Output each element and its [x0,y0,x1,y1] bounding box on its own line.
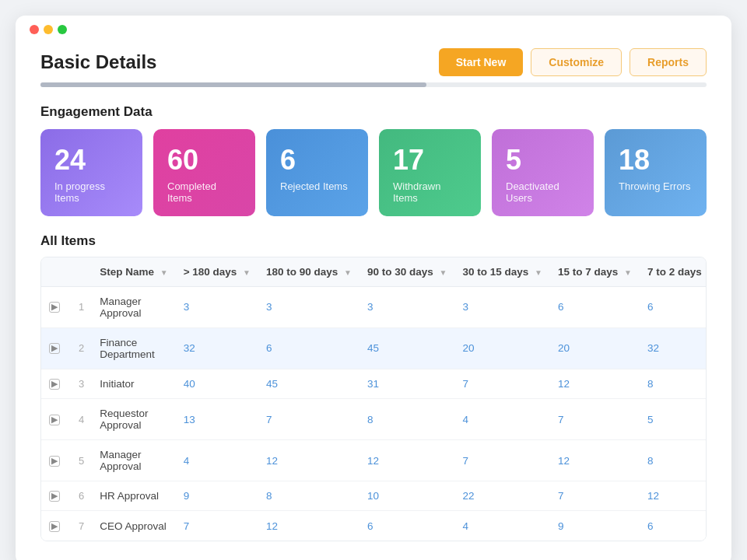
step-name: Requestor Approval [92,399,175,440]
row-expand[interactable]: ▶ [41,327,71,369]
engagement-cards-row: 24 In progress Items 60 Completed Items … [16,129,731,216]
step-name: Initiator [92,369,175,398]
table-row: ▶ 5 Manager Approval 4 12 12 7 12 8 [41,440,707,481]
col2-value: 12 [258,440,359,481]
col1-value: 9 [176,481,258,511]
col5-value: 20 [550,327,640,369]
col5-value: 7 [550,399,640,440]
page-header: Basic Details Start New Customize Report… [16,40,731,81]
col6-value: 32 [640,327,707,369]
minimize-dot[interactable] [44,25,53,34]
col6-value: 6 [640,511,707,541]
col-header-col6[interactable]: 7 to 2 days ▼ [640,257,707,287]
col5-value: 12 [550,369,640,398]
col4-value: 22 [454,481,549,511]
sort-icon: ▼ [624,268,632,277]
card-number: 18 [619,145,693,176]
col1-value: 32 [176,327,258,369]
card-label: Withdrawn Items [393,180,467,204]
col5-value: 9 [550,511,640,541]
close-dot[interactable] [30,25,39,34]
row-expand[interactable]: ▶ [41,511,71,541]
row-number: 4 [71,399,92,440]
col3-value: 3 [359,286,454,327]
col6-value: 8 [640,440,707,481]
card-label: Deactivated Users [506,180,580,204]
col3-value: 31 [359,369,454,398]
step-name: Finance Department [92,327,175,369]
engagement-section-title: Engagement Data [16,87,731,129]
col-header-col1[interactable]: > 180 days ▼ [176,257,258,287]
table-row: ▶ 2 Finance Department 32 6 45 20 20 32 [41,327,707,369]
step-name: Manager Approval [92,440,175,481]
col4-value: 3 [454,286,549,327]
col-header-col5[interactable]: 15 to 7 days ▼ [550,257,640,287]
engagement-card-6[interactable]: 18 Throwing Errors [605,129,707,216]
col3-value: 6 [359,511,454,541]
engagement-card-1[interactable]: 24 In progress Items [40,129,142,216]
card-number: 60 [167,145,241,176]
col4-value: 7 [454,369,549,398]
col3-value: 45 [359,327,454,369]
card-number: 5 [506,145,580,176]
col-header-col2[interactable]: 180 to 90 days ▼ [258,257,359,287]
col1-value: 40 [176,369,258,398]
col1-value: 4 [176,440,258,481]
col-header-step_name[interactable]: Step Name ▼ [92,257,175,287]
reports-button[interactable]: Reports [630,48,707,76]
col2-value: 45 [258,369,359,398]
step-name: Manager Approval [92,286,175,327]
card-label: Rejected Items [280,180,354,192]
card-number: 6 [280,145,354,176]
row-number: 1 [71,286,92,327]
window-controls [30,25,67,34]
card-label: Throwing Errors [619,180,693,192]
all-items-title: All Items [16,216,731,257]
col3-value: 10 [359,481,454,511]
step-name: CEO Approval [92,511,175,541]
sort-icon: ▼ [344,268,352,277]
row-number: 5 [71,440,92,481]
sort-icon: ▼ [243,268,251,277]
items-table: Step Name ▼> 180 days ▼180 to 90 days ▼9… [41,257,707,541]
card-number: 24 [54,145,128,176]
row-expand[interactable]: ▶ [41,286,71,327]
col-header-col4[interactable]: 30 to 15 days ▼ [454,257,549,287]
col4-value: 20 [454,327,549,369]
col-header-col3[interactable]: 90 to 30 days ▼ [359,257,454,287]
row-number: 7 [71,511,92,541]
start-new-button[interactable]: Start New [439,48,524,76]
col3-value: 12 [359,440,454,481]
table-row: ▶ 1 Manager Approval 3 3 3 3 6 6 [41,286,707,327]
col2-value: 12 [258,511,359,541]
col2-value: 3 [258,286,359,327]
row-expand[interactable]: ▶ [41,440,71,481]
title-bar [16,16,731,40]
page-title: Basic Details [40,51,156,73]
main-window: Basic Details Start New Customize Report… [16,16,731,560]
col2-value: 7 [258,399,359,440]
col4-value: 7 [454,440,549,481]
row-expand[interactable]: ▶ [41,399,71,440]
header-buttons: Start New Customize Reports [439,48,707,76]
col6-value: 8 [640,369,707,398]
col2-value: 6 [258,327,359,369]
engagement-card-5[interactable]: 5 Deactivated Users [492,129,594,216]
engagement-card-4[interactable]: 17 Withdrawn Items [379,129,481,216]
table-row: ▶ 7 CEO Approval 7 12 6 4 9 6 [41,511,707,541]
row-expand[interactable]: ▶ [41,369,71,398]
col6-value: 12 [640,481,707,511]
engagement-card-3[interactable]: 6 Rejected Items [266,129,368,216]
col6-value: 6 [640,286,707,327]
customize-button[interactable]: Customize [531,48,622,76]
sort-icon: ▼ [160,268,168,277]
engagement-card-2[interactable]: 60 Completed Items [153,129,255,216]
col5-value: 6 [550,286,640,327]
maximize-dot[interactable] [58,25,67,34]
col5-value: 7 [550,481,640,511]
table-row: ▶ 4 Requestor Approval 13 7 8 4 7 5 [41,399,707,440]
row-expand[interactable]: ▶ [41,481,71,511]
col6-value: 5 [640,399,707,440]
table-row: ▶ 3 Initiator 40 45 31 7 12 8 [41,369,707,398]
col2-value: 8 [258,481,359,511]
